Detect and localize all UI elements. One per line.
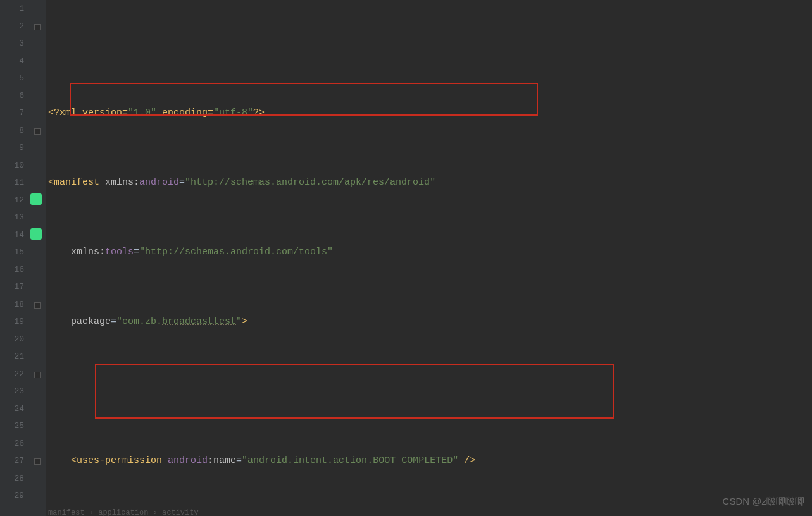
code-editor[interactable]: 1 2 3 4 5 6 7 8 9 10 11 12 13 14 15 16 1… <box>0 0 812 516</box>
line-number: 10 <box>0 157 24 175</box>
fold-toggle-icon[interactable] <box>34 302 41 309</box>
line-number: 15 <box>0 243 24 261</box>
line-number: 8 <box>0 122 24 140</box>
line-number: 21 <box>0 348 24 366</box>
breadcrumb-bar[interactable]: manifest › application › activity <box>48 505 199 516</box>
line-number: 28 <box>0 470 24 488</box>
line-number: 29 <box>0 487 24 505</box>
line-number: 1 <box>0 0 24 18</box>
code-line[interactable]: <?xml version="1.0" encoding="utf-8"?> <box>48 104 498 122</box>
fold-guide <box>37 24 37 505</box>
line-number: 12 <box>0 192 24 209</box>
fold-toggle-icon[interactable] <box>34 24 41 30</box>
line-number: 4 <box>0 52 24 70</box>
line-number: 5 <box>0 70 24 87</box>
code-line[interactable]: <uses-permission android:name="android.i… <box>48 452 498 470</box>
line-number: 22 <box>0 366 24 383</box>
fold-toggle-icon[interactable] <box>34 128 41 135</box>
android-icon[interactable] <box>30 194 42 205</box>
line-number: 13 <box>0 209 24 226</box>
code-line[interactable] <box>48 383 498 400</box>
line-number: 2 <box>0 18 24 35</box>
watermark-text: CSDN @z啵唧啵唧 <box>723 493 804 510</box>
line-number: 26 <box>0 435 24 453</box>
fold-column[interactable] <box>30 0 46 516</box>
line-number: 6 <box>0 87 24 105</box>
code-line[interactable]: package="com.zb.broadcasttest"> <box>48 313 498 331</box>
line-number: 14 <box>0 226 24 244</box>
line-number: 9 <box>0 139 24 157</box>
fold-toggle-icon[interactable] <box>34 458 41 465</box>
line-number: 19 <box>0 313 24 331</box>
line-number: 3 <box>0 35 24 52</box>
line-number: 24 <box>0 400 24 418</box>
line-number: 7 <box>0 104 24 122</box>
line-number: 11 <box>0 174 24 192</box>
line-number: 18 <box>0 296 24 314</box>
line-number: 16 <box>0 261 24 279</box>
line-number: 27 <box>0 452 24 470</box>
code-area[interactable]: <?xml version="1.0" encoding="utf-8"?> <… <box>46 0 498 516</box>
line-number <box>0 505 24 517</box>
line-number: 20 <box>0 331 24 348</box>
line-number: 25 <box>0 417 24 435</box>
code-line[interactable]: <manifest xmlns:android="http://schemas.… <box>48 174 498 192</box>
line-number: 17 <box>0 278 24 296</box>
fold-toggle-icon[interactable] <box>34 372 41 378</box>
line-number: 23 <box>0 383 24 400</box>
line-number-gutter: 1 2 3 4 5 6 7 8 9 10 11 12 13 14 15 16 1… <box>0 0 30 516</box>
android-icon[interactable] <box>30 228 42 240</box>
code-line[interactable]: xmlns:tools="http://schemas.android.com/… <box>48 243 498 261</box>
